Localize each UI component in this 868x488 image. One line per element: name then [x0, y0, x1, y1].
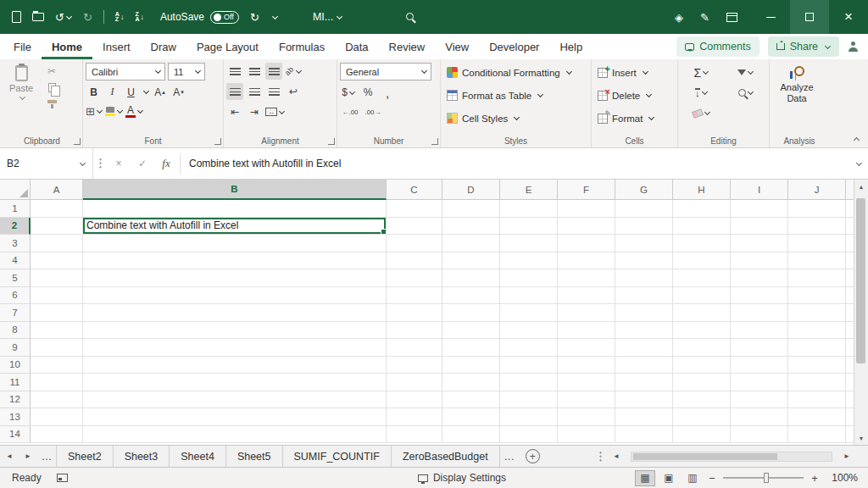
ribbon-tab-developer[interactable]: Developer	[479, 34, 549, 59]
cell-A8[interactable]	[31, 322, 83, 340]
row-header-6[interactable]: 6	[0, 287, 31, 305]
expand-formula-bar-button[interactable]	[848, 148, 868, 179]
cell-J6[interactable]	[788, 287, 846, 305]
cell-B7[interactable]	[83, 304, 387, 322]
increase-indent-button[interactable]	[246, 103, 263, 120]
increase-font-size-button[interactable]	[152, 84, 168, 100]
ribbon-tab-help[interactable]: Help	[549, 34, 593, 59]
cell-J10[interactable]	[788, 357, 846, 374]
sheet-overflow-right[interactable]: …	[500, 451, 519, 463]
comma-style-button[interactable]: ,	[379, 84, 396, 101]
zoom-slider-thumb[interactable]	[764, 473, 769, 483]
cell-F4[interactable]	[558, 252, 615, 270]
row-header-2[interactable]: 2	[0, 218, 31, 236]
column-header-G[interactable]: G	[615, 180, 673, 200]
vertical-scroll-thumb[interactable]	[856, 198, 865, 363]
cell-I5[interactable]	[731, 269, 788, 287]
cancel-entry-button[interactable]	[107, 148, 131, 179]
horizontal-scrollbar[interactable]	[631, 452, 832, 462]
cell-B12[interactable]	[83, 391, 387, 409]
find-select-button[interactable]	[726, 85, 767, 101]
macro-record-icon[interactable]	[57, 474, 68, 482]
cell-D11[interactable]	[442, 374, 500, 391]
cell-G12[interactable]	[615, 391, 673, 409]
pen-icon[interactable]	[700, 11, 709, 24]
column-header-C[interactable]: C	[387, 180, 442, 200]
column-header-J[interactable]: J	[788, 180, 846, 200]
cell-J2[interactable]	[788, 218, 846, 236]
cell-C4[interactable]	[387, 252, 442, 270]
cell-D2[interactable]	[442, 218, 500, 236]
percent-style-button[interactable]: %	[359, 84, 376, 101]
bold-button[interactable]: B	[86, 84, 102, 100]
borders-button[interactable]	[86, 103, 103, 119]
wrap-text-button[interactable]	[285, 83, 302, 100]
quick-access-chevron-icon[interactable]	[272, 13, 278, 19]
cell-F11[interactable]	[558, 374, 615, 391]
formula-bar-drag-handle[interactable]	[93, 148, 107, 179]
sheet-tab-SUMIF_COUNTIF[interactable]: SUMIF_COUNTIF	[283, 446, 392, 467]
cell-J4[interactable]	[788, 252, 846, 270]
cell-C3[interactable]	[387, 235, 442, 252]
cell-A12[interactable]	[31, 391, 83, 409]
cell-J3[interactable]	[788, 235, 846, 252]
italic-button[interactable]: I	[104, 84, 120, 100]
new-sheet-button[interactable]	[526, 449, 540, 463]
font-name-select[interactable]: Calibri	[86, 63, 165, 80]
sheet-overflow-left[interactable]: …	[37, 451, 56, 463]
column-header-A[interactable]: A	[31, 180, 83, 200]
cell-H8[interactable]	[673, 322, 731, 340]
formula-input[interactable]: Combine text with Autofill in Excel	[182, 148, 848, 179]
cell-H11[interactable]	[673, 374, 731, 391]
row-header-13[interactable]: 13	[0, 408, 31, 426]
row-header-3[interactable]: 3	[0, 235, 31, 252]
ribbon-tab-file[interactable]: File	[3, 34, 42, 59]
cell-C6[interactable]	[387, 287, 442, 305]
cell-I14[interactable]	[731, 426, 788, 444]
column-header-F[interactable]: F	[558, 180, 615, 200]
orientation-button[interactable]	[285, 63, 302, 80]
cell-G13[interactable]	[615, 408, 673, 426]
diamond-icon[interactable]	[675, 11, 683, 24]
cell-B13[interactable]	[83, 408, 387, 426]
cell-E14[interactable]	[500, 426, 558, 444]
cell-D6[interactable]	[442, 287, 500, 305]
row-header-7[interactable]: 7	[0, 304, 31, 322]
fill-color-button[interactable]	[105, 103, 123, 119]
format-as-table-button[interactable]: Format as Table	[443, 86, 588, 105]
cell-F10[interactable]	[558, 357, 615, 374]
cell-C10[interactable]	[387, 357, 442, 374]
clear-button[interactable]	[681, 105, 722, 121]
autosum-button[interactable]: Σ	[681, 64, 722, 80]
cell-C13[interactable]	[387, 408, 442, 426]
row-header-9[interactable]: 9	[0, 339, 31, 357]
cell-I2[interactable]	[731, 218, 788, 236]
cell-B2[interactable]: Combine text with Autofill in Excel	[83, 218, 387, 236]
comments-button[interactable]: Comments	[676, 36, 759, 57]
cell-G8[interactable]	[615, 322, 673, 340]
copy-button[interactable]	[43, 80, 60, 94]
top-align-button[interactable]	[226, 63, 243, 80]
row-header-12[interactable]: 12	[0, 391, 31, 409]
autosave-toggle[interactable]: Off	[210, 11, 239, 24]
cell-F5[interactable]	[558, 269, 615, 287]
conditional-formatting-button[interactable]: Conditional Formatting	[443, 63, 588, 82]
cell-E3[interactable]	[500, 235, 558, 252]
ribbon-tab-home[interactable]: Home	[42, 34, 92, 59]
number-dialog-launcher[interactable]	[431, 138, 438, 145]
sheet-tab-ZeroBasedBudget[interactable]: ZeroBasedBudget	[392, 446, 500, 467]
cell-E8[interactable]	[500, 322, 558, 340]
cell-G6[interactable]	[615, 287, 673, 305]
cell-H4[interactable]	[673, 252, 731, 270]
cell-D14[interactable]	[442, 426, 500, 444]
cell-C5[interactable]	[387, 269, 442, 287]
select-all-corner[interactable]	[0, 180, 31, 200]
sheet-tab-Sheet3[interactable]: Sheet3	[114, 446, 170, 467]
cell-B6[interactable]	[83, 287, 387, 305]
cell-J12[interactable]	[788, 391, 846, 409]
cell-C9[interactable]	[387, 339, 442, 357]
close-button[interactable]	[829, 0, 868, 34]
row-header-10[interactable]: 10	[0, 357, 31, 374]
cell-F2[interactable]	[558, 218, 615, 236]
ribbon-tab-page-layout[interactable]: Page Layout	[186, 34, 269, 59]
